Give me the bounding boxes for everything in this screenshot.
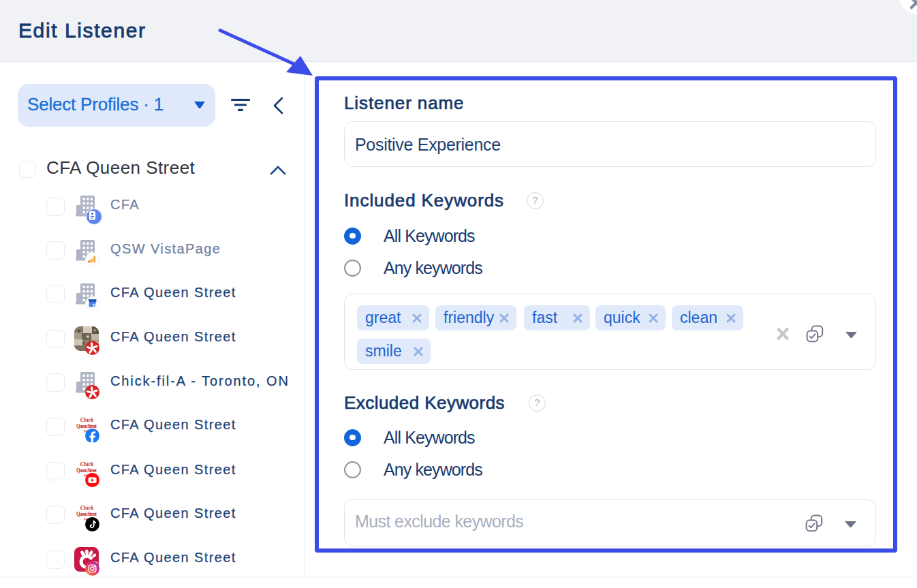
svg-text:Chick: Chick <box>80 417 94 423</box>
svg-text:Chick: Chick <box>80 461 94 467</box>
svg-text:Chick: Chick <box>80 505 94 511</box>
